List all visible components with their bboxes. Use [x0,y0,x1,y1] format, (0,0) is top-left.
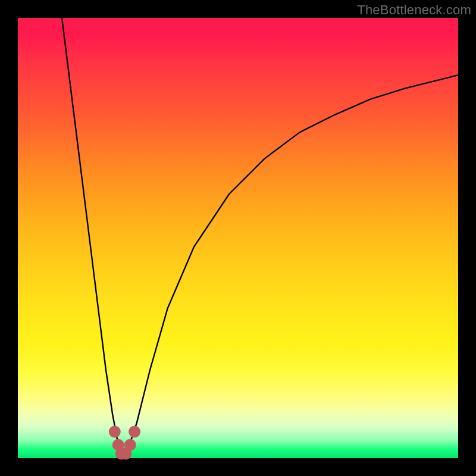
chart-frame: TheBottleneck.com [0,0,476,476]
minimum-marker [109,426,121,438]
minimum-marker [129,426,140,438]
curve-layer [18,18,458,458]
watermark-text: TheBottleneck.com [357,2,471,18]
minimum-markers [109,426,140,460]
plot-area [18,18,458,458]
bottleneck-curve [62,18,458,458]
minimum-marker [124,439,136,451]
